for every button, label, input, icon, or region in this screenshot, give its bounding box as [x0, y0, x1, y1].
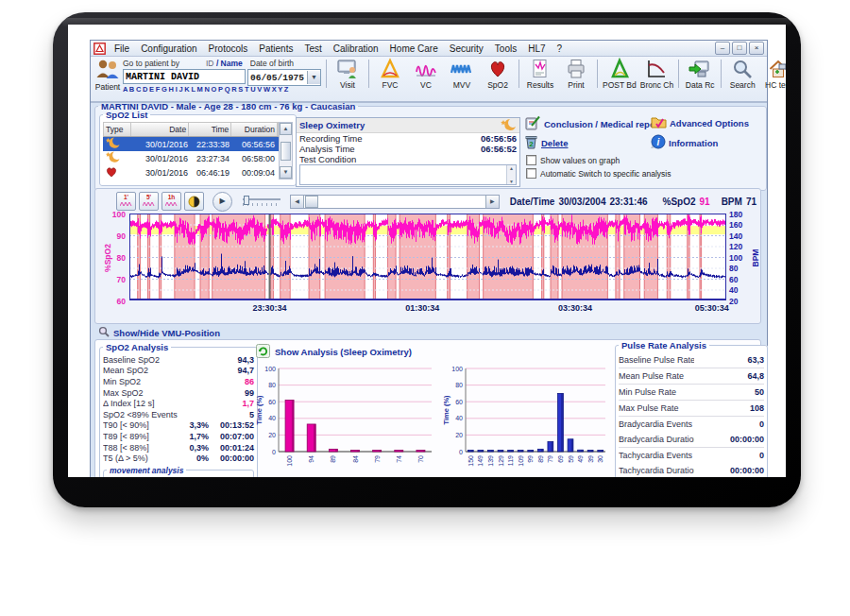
toolbar-button-fvc[interactable]: FVC [372, 58, 408, 90]
restore-button[interactable]: □ [732, 42, 747, 55]
analysis-percent: 1,7% [182, 432, 209, 441]
scroll-thumb[interactable] [280, 142, 291, 161]
toolbar-button-visit[interactable]: Visit [330, 58, 366, 90]
list-scrollbar[interactable]: ▲ ▼ [279, 122, 293, 180]
toolbar-separator [368, 60, 369, 88]
analysis-row: Baseline SpO294,3 [103, 354, 254, 366]
toolbar-button-results[interactable]: Results [522, 58, 558, 90]
toolbar-button-data-rc[interactable]: Data Rc [682, 58, 718, 90]
graph-toolbar: 1' 5' 1h ▶ ◀ ▶ Date/Time 30/ [95, 191, 756, 212]
analysis-value: 00:07:00 [209, 432, 254, 441]
test-condition-input[interactable]: ▲▼ [299, 164, 517, 185]
show-analysis-link[interactable]: Show Analysis (Sleep Oximetry) [256, 344, 412, 360]
menu-item--[interactable]: ? [552, 43, 569, 55]
menu-item-protocols[interactable]: Protocols [203, 43, 254, 55]
scroll-up-icon[interactable]: ▲ [280, 123, 292, 135]
patient-name-input[interactable] [123, 69, 246, 84]
analysis-row: T90 [< 90%]3,3%00:13:52 [103, 420, 254, 432]
scroll-right-icon[interactable]: ▶ [485, 196, 499, 208]
minimize-button[interactable]: – [715, 42, 730, 55]
toolbar-button-vc[interactable]: VC [408, 58, 444, 90]
trend-plot-canvas[interactable] [129, 214, 726, 300]
row-date: 30/01/2016 [131, 140, 188, 149]
x-tick: 23:30:34 [253, 303, 287, 313]
spo2-list-row[interactable]: 30/01/201623:27:3406:58:00 [103, 151, 279, 165]
toolbar-button-search[interactable]: Search [724, 58, 760, 90]
patient-toolbar-button[interactable]: Patient [94, 58, 121, 92]
dropdown-arrow-icon[interactable]: ▼ [307, 71, 320, 84]
scroll-down-icon[interactable]: ▼ [280, 166, 292, 179]
toolbar-button-print[interactable]: Print [558, 58, 594, 90]
actions-panel: Conclusion / Medical report Advanced Opt… [524, 113, 758, 189]
menu-item-configuration[interactable]: Configuration [135, 43, 202, 55]
zoom-5min-button[interactable]: 5' [139, 192, 159, 211]
svg-text:94: 94 [308, 455, 314, 463]
conclusion-link[interactable]: Conclusion / Medical report [524, 115, 662, 132]
toolbar-button-post-bd[interactable]: POST Bd [601, 58, 638, 90]
checkbox-icon[interactable] [526, 155, 536, 165]
graph-scrollbar[interactable]: ◀ ▶ [290, 195, 500, 209]
name-label[interactable]: / Name [216, 59, 243, 68]
toolbar-button-mvv[interactable]: MVV [444, 58, 480, 90]
toolbar-separator [597, 60, 598, 88]
menu-item-hl7[interactable]: HL7 [522, 43, 551, 55]
delete-link[interactable]: 2 Delete [524, 134, 569, 151]
menu-item-patients[interactable]: Patients [253, 43, 298, 55]
test-condition-scrollbar[interactable]: ▲▼ [506, 165, 516, 184]
svg-text:79: 79 [547, 455, 553, 463]
zoom-1min-button[interactable]: 1' [116, 192, 136, 211]
advanced-options-link[interactable]: Advanced Options [651, 115, 749, 130]
speed-slider[interactable] [241, 195, 282, 208]
menu-item-calibration[interactable]: Calibration [328, 43, 384, 55]
svg-text:100: 100 [451, 366, 463, 372]
vmu-position-link[interactable]: Show/Hide VMU-Position [98, 326, 220, 339]
auto-switch-checkbox[interactable]: Automatic Switch to specific analysis [526, 168, 671, 179]
toolbar-button-spo2[interactable]: SpO2 [480, 58, 516, 90]
row-time: 23:27:34 [188, 154, 230, 163]
col-time[interactable]: Time [189, 123, 231, 136]
scroll-left-icon[interactable]: ◀ [291, 196, 304, 208]
x-tick: 05:30:34 [695, 303, 729, 313]
spo2-list-row[interactable]: 30/01/201606:46:1900:09:04 [103, 165, 279, 180]
page: FileConfigurationProtocolsPatientsTestCa… [0, 0, 850, 616]
spo2-list-row[interactable]: 30/01/201622:33:3806:56:56 [103, 137, 279, 151]
svg-text:60: 60 [455, 399, 463, 405]
play-button[interactable]: ▶ [212, 192, 232, 212]
dob-combobox[interactable]: 06/05/1975 ▼ [247, 69, 321, 86]
menu-item-security[interactable]: Security [444, 43, 489, 55]
col-duration[interactable]: Duration [231, 123, 278, 136]
spo2-list-header[interactable]: Type Date Time Duration [103, 122, 279, 137]
checkbox-icon[interactable] [526, 168, 536, 179]
svg-text:84: 84 [352, 455, 359, 463]
toolbar-button-hc-test[interactable]: HC test [760, 58, 786, 90]
analysis-value: 00:00:00 [717, 466, 764, 475]
slider-thumb[interactable] [244, 196, 249, 205]
analysis-row: SpO2 <89% Events5 [103, 409, 254, 420]
toolbar-button-bronc-ch[interactable]: Bronc Ch [638, 58, 675, 90]
menu-item-file[interactable]: File [109, 43, 135, 55]
information-link[interactable]: i Information [651, 134, 718, 151]
graph-scroll-thumb[interactable] [305, 196, 318, 208]
patient-icon [94, 72, 121, 82]
close-button[interactable]: × [749, 42, 764, 55]
id-label[interactable]: ID [206, 59, 214, 68]
analysis-value: 63,3 [717, 355, 764, 365]
zoom-1hour-button[interactable]: 1h [162, 192, 181, 211]
col-date[interactable]: Date [131, 123, 189, 136]
toolbar: Patient Go to patient by ID / Name Date … [91, 57, 767, 103]
menu-item-home-care[interactable]: Home Care [384, 43, 444, 55]
col-type[interactable]: Type [104, 123, 131, 136]
alphabet-index[interactable]: A B C D E F G H I J K L M N O P Q R S T … [123, 85, 323, 94]
show-values-checkbox[interactable]: Show values on graph [526, 155, 620, 165]
menu-item-test[interactable]: Test [298, 43, 327, 55]
analysis-percent: 0,3% [182, 443, 209, 453]
menu-item-tools[interactable]: Tools [489, 43, 522, 55]
patient-button-label: Patient [94, 82, 121, 92]
analysis-row: Max SpO299 [103, 387, 254, 399]
day-night-toggle-button[interactable] [184, 192, 204, 211]
datarc-icon [684, 58, 716, 80]
svg-text:20: 20 [455, 432, 463, 438]
print-icon [560, 58, 592, 80]
svg-text:109: 109 [518, 455, 524, 467]
analysis-row: T5 (Δ > 5%)0%00:00:00 [103, 453, 254, 464]
